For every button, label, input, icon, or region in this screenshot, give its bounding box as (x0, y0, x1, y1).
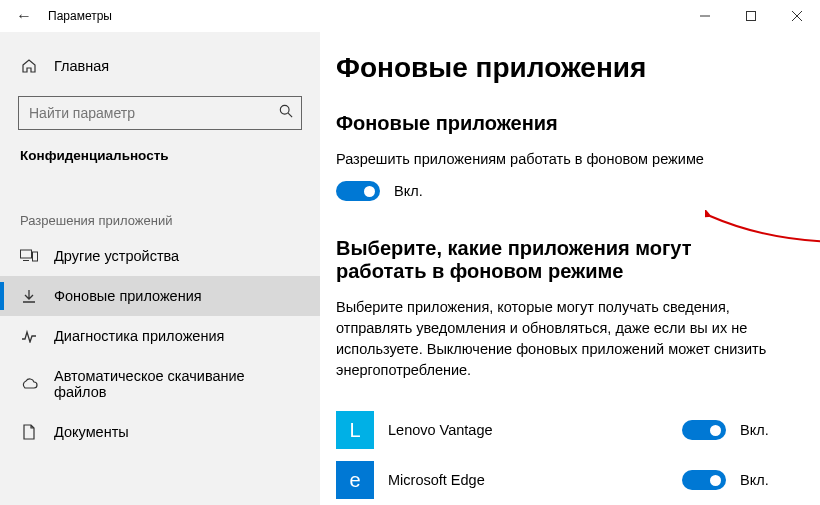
search-input-wrap[interactable] (18, 96, 302, 130)
sidebar-item-auto-download[interactable]: Автоматическое скачивание файлов (0, 356, 320, 412)
app-row: e Microsoft Edge Вкл. (336, 455, 780, 505)
document-icon (20, 424, 38, 440)
svg-point-4 (280, 105, 289, 114)
app-toggle-state: Вкл. (740, 422, 780, 438)
section-heading-bg: Фоновые приложения (336, 112, 780, 135)
minimize-button[interactable] (682, 0, 728, 32)
close-button[interactable] (774, 0, 820, 32)
sidebar-item-label: Фоновые приложения (54, 288, 202, 304)
master-toggle[interactable] (336, 181, 380, 201)
search-input[interactable] (29, 105, 279, 121)
app-icon-lenovo: L (336, 411, 374, 449)
sidebar-section-label: Разрешения приложений (0, 173, 320, 236)
download-icon (20, 288, 38, 304)
app-toggle-state: Вкл. (740, 472, 780, 488)
cloud-icon (20, 378, 38, 390)
maximize-button[interactable] (728, 0, 774, 32)
svg-rect-6 (21, 250, 32, 258)
back-button[interactable]: ← (0, 7, 48, 25)
svg-rect-1 (747, 12, 756, 21)
sidebar-item-label: Другие устройства (54, 248, 179, 264)
home-icon (20, 58, 38, 74)
app-toggle[interactable] (682, 420, 726, 440)
svg-rect-7 (23, 260, 29, 261)
allow-description: Разрешить приложениям работать в фоновом… (336, 149, 776, 169)
sidebar-home[interactable]: Главная (0, 50, 320, 82)
sidebar-item-other-devices[interactable]: Другие устройства (0, 236, 320, 276)
sidebar-item-app-diagnostics[interactable]: Диагностика приложения (0, 316, 320, 356)
sidebar: Главная Конфиденциальность Разрешения пр… (0, 32, 320, 505)
svg-rect-8 (33, 252, 38, 261)
app-icon-edge: e (336, 461, 374, 499)
sidebar-item-label: Автоматическое скачивание файлов (54, 368, 300, 400)
app-name: Microsoft Edge (388, 472, 682, 488)
page-title: Фоновые приложения (336, 52, 780, 84)
sidebar-item-label: Диагностика приложения (54, 328, 224, 344)
window-title: Параметры (48, 9, 112, 23)
app-row: L Lenovo Vantage Вкл. (336, 405, 780, 455)
choose-description: Выберите приложения, которые могут получ… (336, 297, 776, 381)
section-heading-choose: Выберите, какие приложения могут работат… (336, 237, 780, 283)
svg-line-5 (288, 113, 292, 117)
sidebar-home-label: Главная (54, 58, 109, 74)
app-name: Lenovo Vantage (388, 422, 682, 438)
sidebar-item-documents[interactable]: Документы (0, 412, 320, 452)
main-content: Фоновые приложения Фоновые приложения Ра… (320, 32, 820, 505)
devices-icon (20, 249, 38, 263)
diagnostics-icon (20, 329, 38, 343)
master-toggle-state: Вкл. (394, 183, 423, 199)
sidebar-subheader: Конфиденциальность (0, 130, 320, 173)
app-toggle[interactable] (682, 470, 726, 490)
sidebar-item-background-apps[interactable]: Фоновые приложения (0, 276, 320, 316)
search-icon (279, 104, 293, 122)
sidebar-item-label: Документы (54, 424, 129, 440)
